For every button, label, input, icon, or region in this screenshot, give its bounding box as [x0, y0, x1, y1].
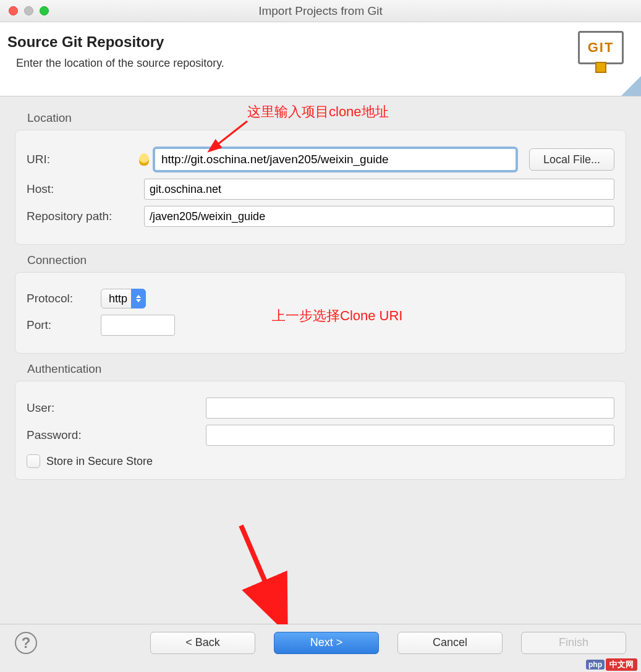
cancel-button[interactable]: Cancel: [397, 632, 503, 654]
page-title: Source Git Repository: [7, 33, 629, 51]
password-row: Password:: [27, 425, 614, 446]
password-label: Password:: [27, 428, 200, 442]
store-label: Store in Secure Store: [46, 455, 153, 468]
connection-group-label: Connection: [27, 253, 626, 267]
uri-label: URI:: [27, 153, 138, 166]
store-row: Store in Secure Store: [27, 454, 614, 468]
wizard-header: Source Git Repository Enter the location…: [0, 22, 641, 96]
close-icon[interactable]: [9, 6, 18, 15]
svg-line-1: [241, 525, 278, 612]
watermark-cn: 中文网: [606, 658, 637, 671]
page-subtitle: Enter the location of the source reposit…: [16, 57, 629, 70]
local-file-button[interactable]: Local File...: [529, 148, 614, 171]
uri-input-wrapper[interactable]: [153, 147, 518, 172]
user-row: User:: [27, 398, 614, 419]
repo-row: Repository path:: [27, 206, 614, 227]
protocol-select[interactable]: http: [101, 289, 146, 308]
port-label: Port:: [27, 318, 95, 332]
git-logo-text: GIT: [578, 31, 624, 64]
repo-path-input[interactable]: [144, 206, 614, 227]
back-button[interactable]: < Back: [150, 632, 255, 654]
titlebar: Import Projects from Git: [0, 0, 641, 22]
auth-group-label: Authentication: [27, 362, 626, 376]
store-checkbox[interactable]: [27, 454, 40, 468]
port-input[interactable]: [101, 315, 175, 336]
window-controls: [9, 6, 49, 15]
next-button[interactable]: Next >: [274, 632, 379, 654]
watermark-php: php: [586, 660, 605, 670]
git-connector-icon: [595, 62, 606, 73]
repo-path-label: Repository path:: [27, 210, 138, 223]
help-icon[interactable]: ?: [15, 632, 37, 654]
protocol-select-wrap[interactable]: http: [101, 289, 146, 308]
protocol-row: Protocol: http: [27, 289, 614, 308]
minimize-icon[interactable]: [24, 6, 33, 15]
port-row: Port:: [27, 315, 614, 336]
watermark: php 中文网: [586, 658, 637, 671]
wizard-footer: ? < Back Next > Cancel Finish: [0, 624, 641, 661]
auth-group: User: Password: Store in Secure Store: [15, 381, 626, 480]
location-group: URI: Local File... Host: Repository path…: [15, 130, 626, 245]
host-input[interactable]: [144, 179, 614, 200]
password-input[interactable]: [206, 425, 614, 446]
git-logo-icon: GIT: [573, 31, 629, 87]
connection-group: Protocol: http Port:: [15, 272, 626, 354]
lightbulb-icon: [139, 153, 149, 166]
host-row: Host:: [27, 179, 614, 200]
uri-input[interactable]: [156, 150, 514, 169]
user-input[interactable]: [206, 398, 614, 419]
wizard-content: Location URI: Local File... Host: Reposi…: [0, 96, 641, 492]
uri-row: URI: Local File...: [27, 147, 614, 172]
user-label: User:: [27, 401, 200, 415]
finish-button: Finish: [521, 632, 626, 654]
location-group-label: Location: [27, 111, 626, 125]
host-label: Host:: [27, 182, 138, 196]
window-title: Import Projects from Git: [0, 4, 641, 18]
arrow-next-icon: [235, 519, 291, 624]
maximize-icon[interactable]: [40, 6, 49, 15]
protocol-label: Protocol:: [27, 292, 95, 305]
header-corner-decoration: [621, 76, 641, 96]
